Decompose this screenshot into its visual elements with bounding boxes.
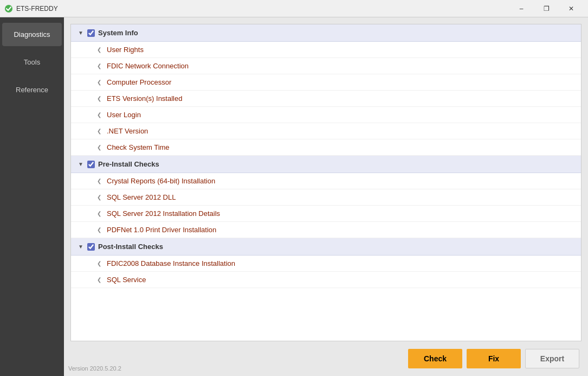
export-button[interactable]: Export <box>525 349 579 368</box>
section-pre-install-title: Pre-Install Checks <box>98 160 159 168</box>
tree-item-fdic2008[interactable]: ❮ FDIC2008 Database Instance Installatio… <box>71 256 581 272</box>
item-arrow-net-version: ❮ <box>97 128 104 134</box>
tree-item-label-check-system-time: Check System Time <box>107 143 170 151</box>
section-post-install-title: Post-Install Checks <box>98 243 163 251</box>
collapse-pre-install[interactable]: ▼ <box>77 161 84 168</box>
collapse-post-install[interactable]: ▼ <box>77 244 84 250</box>
item-arrow-sql-server-details: ❮ <box>97 211 104 216</box>
item-arrow-sql-server-dll: ❮ <box>97 194 104 200</box>
item-arrow-fdic2008: ❮ <box>97 260 104 266</box>
tree-item-label-user-login: User Login <box>107 111 141 119</box>
sidebar-item-reference[interactable]: Reference <box>2 78 62 101</box>
tree-item-label-sql-service: SQL Service <box>107 276 146 284</box>
check-button[interactable]: Check <box>408 349 462 368</box>
minimize-button[interactable]: – <box>509 0 534 17</box>
item-arrow-sql-service: ❮ <box>97 277 104 283</box>
tree-item-sql-service[interactable]: ❮ SQL Service <box>71 272 581 288</box>
item-arrow-pdfnet: ❮ <box>97 227 104 233</box>
tree-item-fdic-network[interactable]: ❮ FDIC Network Connection <box>71 58 581 74</box>
section-pre-install-header: ▼ Pre-Install Checks <box>71 156 581 173</box>
bottom-bar: Check Fix Export <box>64 341 588 376</box>
app-icon <box>4 4 13 13</box>
tree-item-ets-version[interactable]: ❮ ETS Version(s) Installed <box>71 91 581 107</box>
app-body: Diagnostics Tools Reference ▼ System Inf… <box>0 17 588 376</box>
tree-item-label-pdfnet: PDFNet 1.0 Print Driver Installation <box>107 226 216 234</box>
tree-item-computer-processor[interactable]: ❮ Computer Processor <box>71 74 581 91</box>
tree-item-pdfnet[interactable]: ❮ PDFNet 1.0 Print Driver Installation <box>71 222 581 238</box>
diagnostics-panel: ▼ System Info ❮ User Rights ❮ FDIC Netwo… <box>70 24 581 341</box>
tree-item-label-crystal-reports: Crystal Reports (64-bit) Installation <box>107 177 215 185</box>
tree-item-label-fdic-network: FDIC Network Connection <box>107 62 189 70</box>
sidebar-item-tools[interactable]: Tools <box>2 50 62 74</box>
main-content: ▼ System Info ❮ User Rights ❮ FDIC Netwo… <box>64 17 588 376</box>
title-bar: ETS-FREDDY – ❐ ✕ <box>0 0 588 17</box>
tree-item-label-net-version: .NET Version <box>107 127 148 135</box>
version-label: Version 2020.5.20.2 <box>68 365 121 372</box>
section-system-info-title: System Info <box>98 29 138 37</box>
tree-item-check-system-time[interactable]: ❮ Check System Time <box>71 139 581 156</box>
tree-item-label-user-rights: User Rights <box>107 46 144 54</box>
close-button[interactable]: ✕ <box>559 0 584 17</box>
tree-item-label-sql-server-dll: SQL Server 2012 DLL <box>107 193 176 201</box>
tree-item-label-ets-version: ETS Version(s) Installed <box>107 94 182 103</box>
section-post-install-header: ▼ Post-Install Checks <box>71 238 581 256</box>
fix-button[interactable]: Fix <box>467 349 521 368</box>
sidebar: Diagnostics Tools Reference <box>0 17 64 376</box>
tree-item-label-fdic2008: FDIC2008 Database Instance Installation <box>107 259 235 267</box>
checkbox-pre-install[interactable] <box>87 161 95 168</box>
section-system-info-header: ▼ System Info <box>71 24 581 42</box>
window-controls: – ❐ ✕ <box>509 0 584 17</box>
tree-item-sql-server-details[interactable]: ❮ SQL Server 2012 Installation Details <box>71 206 581 222</box>
app-title: ETS-FREDDY <box>16 5 58 12</box>
tree-item-net-version[interactable]: ❮ .NET Version <box>71 123 581 139</box>
tree-item-label-sql-server-details: SQL Server 2012 Installation Details <box>107 209 220 218</box>
checkbox-system-info[interactable] <box>87 29 95 37</box>
sidebar-item-diagnostics[interactable]: Diagnostics <box>2 23 62 46</box>
item-arrow-fdic-network: ❮ <box>97 63 104 69</box>
item-arrow-crystal-reports: ❮ <box>97 178 104 184</box>
checkbox-post-install[interactable] <box>87 243 95 251</box>
tree-item-crystal-reports[interactable]: ❮ Crystal Reports (64-bit) Installation <box>71 173 581 189</box>
collapse-system-info[interactable]: ▼ <box>77 30 84 36</box>
tree-item-user-login[interactable]: ❮ User Login <box>71 107 581 123</box>
item-arrow-ets-version: ❮ <box>97 95 104 101</box>
item-arrow-user-login: ❮ <box>97 112 104 118</box>
tree-container[interactable]: ▼ System Info ❮ User Rights ❮ FDIC Netwo… <box>71 24 581 341</box>
tree-item-user-rights[interactable]: ❮ User Rights <box>71 42 581 58</box>
restore-button[interactable]: ❐ <box>534 0 559 17</box>
tree-item-sql-server-dll[interactable]: ❮ SQL Server 2012 DLL <box>71 189 581 206</box>
item-arrow-check-system-time: ❮ <box>97 144 104 150</box>
item-arrow-user-rights: ❮ <box>97 47 104 53</box>
item-arrow-computer-processor: ❮ <box>97 79 104 85</box>
title-bar-left: ETS-FREDDY <box>4 4 58 13</box>
tree-item-label-computer-processor: Computer Processor <box>107 78 171 86</box>
